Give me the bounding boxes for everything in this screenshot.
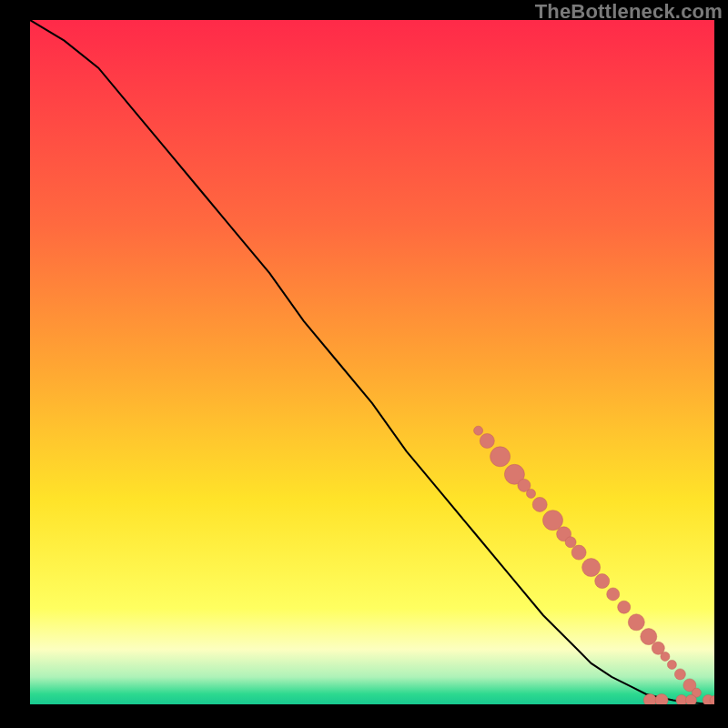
data-point	[655, 694, 668, 705]
data-point	[480, 434, 494, 449]
data-point	[607, 588, 620, 601]
data-point	[543, 511, 563, 531]
scatter-dots	[474, 426, 714, 704]
data-point	[595, 574, 610, 589]
data-point	[661, 652, 670, 661]
data-point	[628, 614, 644, 631]
data-point	[685, 695, 696, 705]
data-point	[676, 695, 687, 705]
data-point	[641, 629, 657, 645]
chart-overlay	[30, 20, 714, 704]
data-point	[674, 669, 685, 680]
data-point	[618, 601, 631, 613]
data-point	[582, 559, 601, 577]
plot-area	[30, 20, 714, 704]
data-point	[565, 537, 576, 548]
data-point	[571, 545, 586, 560]
data-point	[474, 426, 483, 435]
data-point	[643, 694, 656, 705]
data-point	[527, 489, 536, 498]
data-point	[490, 447, 511, 467]
data-point	[532, 497, 547, 511]
chart-frame: TheBottleneck.com	[0, 0, 728, 728]
curve-line	[30, 20, 714, 704]
data-point	[667, 660, 676, 669]
